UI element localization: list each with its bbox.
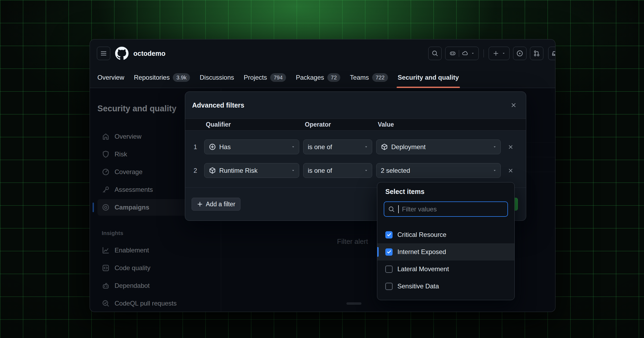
tab-label: Overview bbox=[97, 74, 124, 81]
option-internet-exposed[interactable]: Internet Exposed bbox=[377, 243, 514, 260]
chevron-down-icon bbox=[364, 168, 368, 172]
remove-filter-button-1[interactable] bbox=[505, 141, 517, 153]
teams-count-badge: 722 bbox=[372, 73, 388, 82]
plus-icon bbox=[493, 50, 499, 57]
checkbox-unchecked-icon[interactable] bbox=[385, 283, 393, 290]
filter-row-2: 2 Runtime Risk is one of 2 selected bbox=[185, 163, 526, 178]
text-cursor bbox=[398, 205, 399, 213]
tab-security-and-quality[interactable]: Security and quality bbox=[393, 67, 464, 88]
org-tab-nav: Overview Repositories3.9k Discussions Pr… bbox=[90, 67, 555, 88]
column-operator: Operator bbox=[303, 121, 372, 128]
issue-opened-icon bbox=[516, 50, 523, 57]
close-icon bbox=[510, 102, 517, 108]
inbox-icon bbox=[551, 50, 555, 57]
copilot-button[interactable] bbox=[445, 47, 479, 60]
tab-label: Teams bbox=[350, 74, 369, 81]
pull-requests-button[interactable] bbox=[530, 47, 543, 60]
github-window: octodemo bbox=[90, 39, 555, 312]
column-value: Value bbox=[376, 121, 501, 128]
select-options-list: Critical Resource Internet Exposed Later… bbox=[377, 226, 514, 295]
chevron-down-icon bbox=[291, 168, 295, 172]
chevron-down-icon bbox=[502, 52, 506, 55]
filter-values-input[interactable]: Filter values bbox=[384, 201, 508, 217]
option-label: Sensitive Data bbox=[397, 282, 439, 290]
dropdown-value: Deployment bbox=[391, 143, 426, 151]
option-label: Critical Resource bbox=[397, 231, 447, 238]
remove-filter-button-2[interactable] bbox=[505, 165, 517, 177]
hamburger-icon bbox=[100, 50, 107, 57]
filter-columns-header: Qualifier Operator Value bbox=[185, 119, 526, 131]
package-icon bbox=[209, 167, 216, 174]
dialog-header: Advanced filters bbox=[185, 92, 526, 119]
option-sensitive-data[interactable]: Sensitive Data bbox=[377, 278, 514, 295]
tab-packages[interactable]: Packages72 bbox=[291, 67, 345, 88]
packages-count-badge: 72 bbox=[327, 73, 340, 82]
input-placeholder: Filter values bbox=[402, 205, 437, 213]
plus-circle-icon bbox=[209, 143, 216, 150]
dropdown-value: is one of bbox=[308, 143, 332, 151]
notifications-button[interactable] bbox=[548, 47, 555, 60]
copilot-icon bbox=[449, 50, 456, 57]
option-critical-resource[interactable]: Critical Resource bbox=[377, 226, 514, 243]
chevron-down-icon bbox=[493, 168, 497, 172]
search-icon bbox=[431, 50, 438, 57]
add-filter-label: Add a filter bbox=[206, 201, 235, 208]
tab-label: Projects bbox=[244, 74, 267, 81]
package-icon bbox=[381, 143, 388, 150]
option-label: Internet Exposed bbox=[397, 248, 446, 256]
close-icon bbox=[508, 144, 514, 150]
select-items-panel: Select items Filter values Critical Reso… bbox=[377, 182, 515, 300]
projects-count-badge: 794 bbox=[270, 73, 286, 82]
operator-dropdown-2[interactable]: is one of bbox=[303, 163, 372, 178]
value-dropdown-2[interactable]: 2 selected bbox=[376, 163, 501, 178]
global-header: octodemo bbox=[90, 39, 555, 67]
tab-overview[interactable]: Overview bbox=[93, 67, 129, 88]
option-lateral-movement[interactable]: Lateral Movement bbox=[377, 260, 514, 278]
tab-label: Repositories bbox=[134, 74, 170, 81]
select-panel-title: Select items bbox=[385, 188, 506, 196]
tab-projects[interactable]: Projects794 bbox=[239, 67, 291, 88]
operator-dropdown-1[interactable]: is one of bbox=[303, 139, 372, 154]
repositories-count-badge: 3.9k bbox=[173, 73, 190, 82]
tab-label: Security and quality bbox=[398, 74, 459, 81]
dropdown-value: is one of bbox=[308, 167, 332, 174]
dropdown-value: Has bbox=[219, 143, 231, 151]
chevron-down-icon bbox=[471, 52, 475, 55]
tab-teams[interactable]: Teams722 bbox=[345, 67, 393, 88]
plus-icon bbox=[197, 201, 203, 207]
dropdown-value: Runtime Risk bbox=[219, 167, 258, 174]
header-divider bbox=[484, 49, 484, 57]
add-filter-button[interactable]: Add a filter bbox=[192, 198, 240, 211]
close-icon bbox=[508, 168, 514, 174]
issues-button[interactable] bbox=[513, 47, 526, 60]
git-pull-request-icon bbox=[533, 50, 540, 57]
hamburger-menu-button[interactable] bbox=[97, 47, 110, 60]
checkbox-unchecked-icon[interactable] bbox=[385, 266, 393, 273]
row-number: 1 bbox=[191, 143, 200, 151]
search-button[interactable] bbox=[428, 47, 442, 60]
org-name[interactable]: octodemo bbox=[133, 50, 165, 57]
qualifier-dropdown-1[interactable]: Has bbox=[204, 139, 299, 154]
github-logo-icon[interactable] bbox=[115, 47, 129, 60]
option-label: Lateral Movement bbox=[397, 265, 449, 273]
chevron-down-icon bbox=[291, 145, 295, 149]
close-dialog-button[interactable] bbox=[508, 99, 519, 111]
dialog-title: Advanced filters bbox=[192, 101, 244, 109]
button-divider bbox=[459, 50, 459, 57]
tab-label: Packages bbox=[296, 74, 324, 81]
search-icon bbox=[388, 206, 395, 213]
checkbox-checked-icon[interactable] bbox=[385, 248, 393, 256]
tab-repositories[interactable]: Repositories3.9k bbox=[129, 67, 195, 88]
dropdown-value: 2 selected bbox=[381, 167, 410, 174]
checkbox-checked-icon[interactable] bbox=[385, 231, 393, 238]
tab-label: Discussions bbox=[200, 74, 234, 81]
value-dropdown-1[interactable]: Deployment bbox=[376, 139, 501, 154]
create-new-button[interactable] bbox=[489, 47, 510, 60]
qualifier-dropdown-2[interactable]: Runtime Risk bbox=[204, 163, 299, 178]
chevron-down-icon bbox=[364, 145, 368, 149]
tab-discussions[interactable]: Discussions bbox=[195, 67, 239, 88]
row-number: 2 bbox=[191, 167, 200, 174]
chevron-down-icon bbox=[493, 145, 497, 149]
header-actions bbox=[428, 47, 543, 60]
filter-row-1: 1 Has is one of Deployment bbox=[185, 139, 526, 154]
